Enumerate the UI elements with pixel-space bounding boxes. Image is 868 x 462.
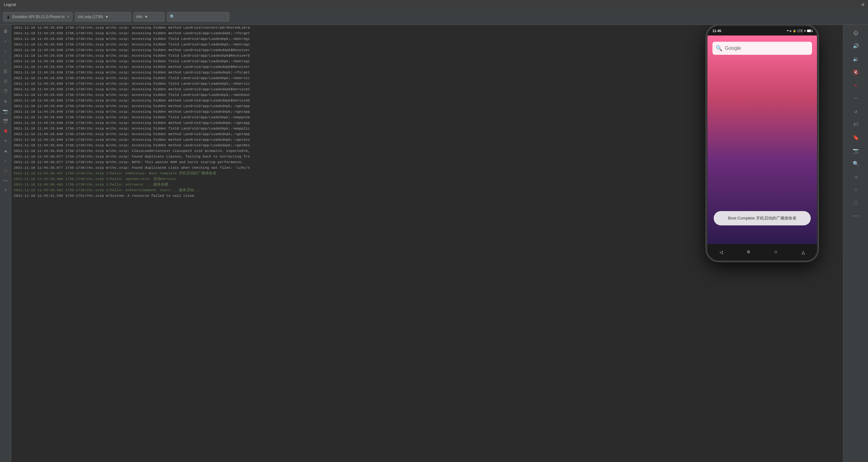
phone-circle-icon: ◐	[790, 29, 792, 33]
phone-home-btn[interactable]: △	[802, 249, 805, 256]
phone-status-bar: 11:45 ● ◐ 🔒 LTE ▲	[708, 26, 817, 35]
phone-menu-btn[interactable]: ≡	[747, 249, 750, 255]
phone-lock-icon: 🔒	[793, 29, 796, 33]
print-btn[interactable]: ⎙	[2, 77, 10, 85]
volume-up-btn[interactable]: 🔊	[850, 40, 862, 52]
phone-search-text: Google	[725, 46, 741, 51]
phone-wifi-icon: ●	[787, 29, 788, 32]
settings-btn[interactable]: ⚙	[2, 97, 10, 105]
clear-logcat-btn[interactable]: 🗑	[2, 27, 10, 35]
right-panel: ⏻ 🔊 🔉 🔇 ✕ — ↺ 🏷 🔖 📷 🔍 ◁ ○ □ •••	[843, 25, 868, 462]
phone-nav-bar: ◁ ≡ ○ △	[708, 244, 817, 260]
power-btn[interactable]: ⏻	[850, 27, 862, 38]
zoom-in-btn[interactable]: +	[2, 137, 10, 145]
tag-btn[interactable]: 🏷	[850, 119, 862, 130]
device-dropdown-arrow: ▼	[67, 15, 70, 18]
camera-panel-btn[interactable]: 📷	[850, 145, 862, 156]
volume-down-btn[interactable]: 🔉	[850, 54, 862, 65]
filter-btn[interactable]: ⚡	[2, 37, 10, 46]
close-device-btn[interactable]: ✕	[850, 80, 862, 91]
process-selector[interactable]: chc.svip (1736) ▼	[75, 12, 131, 22]
title-bar-controls: ⚙	[862, 2, 864, 7]
log-level-selector[interactable]: Info ▼	[133, 12, 164, 22]
phone-toast: Boot Complete 开机启动的广播接收者	[714, 211, 811, 225]
phone-search-bar[interactable]: 🔍 Google	[712, 42, 812, 55]
back-panel-btn[interactable]: ◁	[850, 171, 862, 182]
more-btn[interactable]: •••	[2, 177, 10, 185]
toolbar: 📱 Emulator API-30-11.0-Phone Ar ▼ chc.sv…	[0, 9, 868, 25]
log-level-dropdown-arrow: ▼	[144, 15, 148, 19]
phone-toast-text: Boot Complete 开机启动的广播接收者	[728, 216, 797, 221]
phone-back-btn[interactable]: ◁	[720, 249, 723, 256]
search-icon: 🔍	[170, 14, 175, 19]
log-wrapper: 2021-11-10 11:45:29.839 1736-1736/chc.sv…	[11, 25, 843, 462]
phone-battery	[807, 30, 812, 32]
rotate-btn[interactable]: ↺	[850, 106, 862, 117]
help-btn[interactable]: ?	[2, 187, 10, 195]
left-sidebar: 🗑 ⚡ ↑ ↓ ☰ ⎙ ⏱ ⚙ 📷 🎬 ⏹ + ◀ ○ □ ••• ?	[0, 25, 11, 462]
back-nav-btn[interactable]: ◀	[2, 147, 10, 155]
settings-title-btn[interactable]: ⚙	[862, 2, 864, 7]
search-box: 🔍	[167, 12, 229, 22]
more-panel-btn[interactable]: •••	[850, 210, 862, 222]
log-level-label: Info	[136, 15, 143, 19]
phone-search-btn[interactable]: ○	[774, 249, 778, 255]
zoom-panel-btn[interactable]: 🔍	[850, 158, 862, 169]
time-btn[interactable]: ⏱	[2, 87, 10, 95]
phone-battery-fill	[807, 30, 811, 32]
device-icon: 📱	[6, 15, 10, 19]
circle-nav-btn[interactable]: ○	[2, 157, 10, 165]
phone-emulator: 11:45 ● ◐ 🔒 LTE ▲	[706, 25, 818, 261]
record-btn[interactable]: 🎬	[2, 117, 10, 125]
device-selector[interactable]: 📱 Emulator API-30-11.0-Phone Ar ▼	[3, 12, 72, 22]
app-title: Logcat	[4, 2, 16, 7]
phone-screen: 🔍 Google Boot Complete 开机启动的广播接收者	[708, 35, 817, 244]
screenshot-btn[interactable]: 📷	[2, 107, 10, 115]
phone-lte-label: LTE	[797, 29, 803, 33]
search-input[interactable]	[175, 15, 226, 19]
mute-btn[interactable]: 🔇	[850, 67, 862, 78]
bookmark-btn[interactable]: 🔖	[850, 132, 862, 143]
log-scroll-area[interactable]: 2021-11-10 11:45:29.839 1736-1736/chc.sv…	[11, 25, 843, 462]
process-label: chc.svip (1736)	[78, 15, 103, 19]
scroll-down-btn[interactable]: ↓	[2, 57, 10, 65]
phone-time: 11:45	[712, 29, 721, 33]
phone-status-icons: ● ◐ 🔒 LTE ▲	[787, 29, 812, 33]
device-label: Emulator API-30-11.0-Phone Ar	[12, 15, 65, 19]
phone-frame: 11:45 ● ◐ 🔒 LTE ▲	[706, 25, 818, 261]
stop-btn[interactable]: ⏹	[2, 127, 10, 135]
minimize-btn[interactable]: —	[850, 93, 862, 104]
process-dropdown-arrow: ▼	[105, 15, 108, 19]
main-content: 🗑 ⚡ ↑ ↓ ☰ ⎙ ⏱ ⚙ 📷 🎬 ⏹ + ◀ ○ □ ••• ? 2021…	[0, 25, 868, 462]
wrap-btn[interactable]: ☰	[2, 67, 10, 75]
phone-search-icon: 🔍	[716, 45, 722, 52]
home-panel-btn[interactable]: ○	[850, 184, 862, 196]
square-nav-btn[interactable]: □	[2, 167, 10, 175]
phone-signal-icon: ▲	[804, 29, 806, 32]
title-bar: Logcat ⚙	[0, 0, 868, 9]
scroll-up-btn[interactable]: ↑	[2, 47, 10, 55]
square-panel-btn[interactable]: □	[850, 197, 862, 209]
